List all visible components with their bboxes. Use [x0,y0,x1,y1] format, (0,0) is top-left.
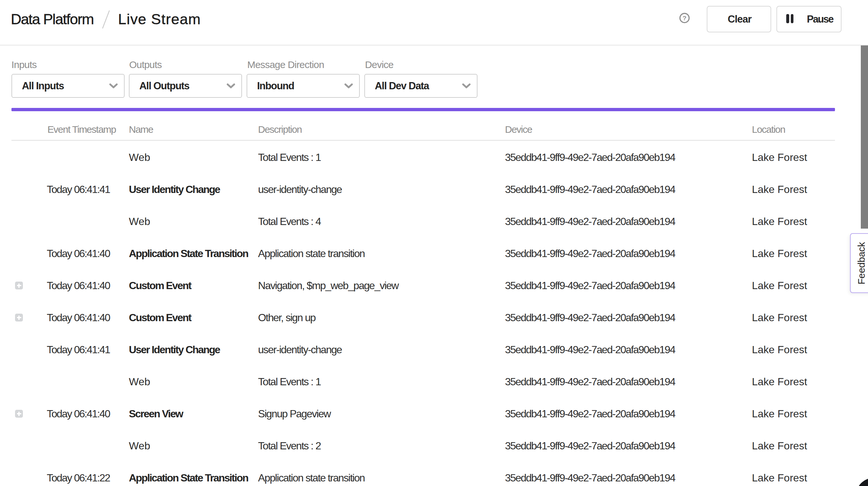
svg-text:?: ? [683,15,686,22]
